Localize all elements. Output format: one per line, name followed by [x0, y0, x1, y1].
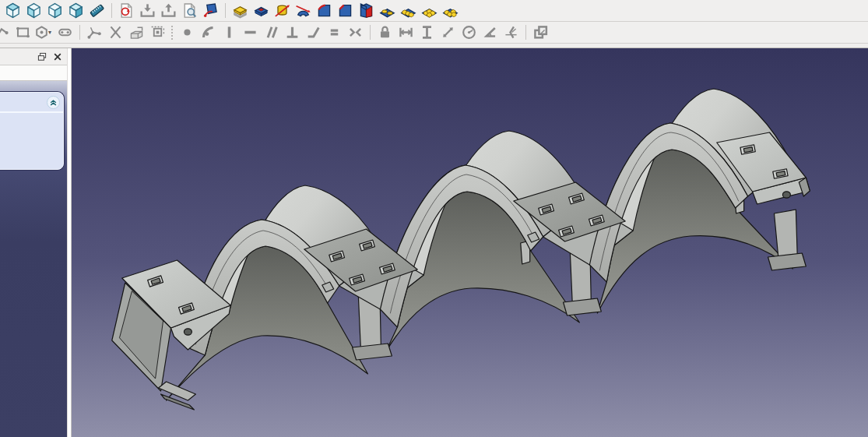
workspace	[0, 48, 868, 437]
constraint-radius-button[interactable]	[459, 23, 480, 42]
3d-viewport[interactable]	[72, 48, 868, 437]
constraint-vertical-button[interactable]	[219, 23, 240, 42]
view-home-icon	[68, 2, 84, 19]
close-icon	[53, 52, 62, 62]
import-icon	[139, 2, 156, 19]
mirrored-icon	[379, 2, 395, 19]
freecad-window: ▾	[0, 0, 868, 437]
map-sketch-to-face-button[interactable]	[200, 2, 221, 20]
toolbar-separator	[111, 3, 112, 18]
right-pad-hole	[782, 192, 790, 198]
collapse-button[interactable]	[47, 96, 60, 109]
clone-button[interactable]	[530, 23, 551, 42]
pocket-button[interactable]	[251, 2, 272, 20]
float-panel-button[interactable]	[37, 51, 47, 62]
trim-edge-icon	[107, 24, 124, 41]
view-dimetric-button[interactable]	[23, 2, 44, 20]
revolution-icon	[274, 2, 290, 19]
float-icon	[37, 52, 47, 62]
constraint-parallel-button[interactable]	[261, 23, 282, 42]
constraint-tangent-button[interactable]	[303, 23, 324, 42]
create-polygon-icon	[33, 24, 50, 41]
external-geometry-button[interactable]	[84, 23, 105, 42]
draft-button[interactable]	[356, 2, 377, 20]
export-icon	[160, 2, 177, 19]
leg-2-foot	[564, 298, 602, 315]
linear-pattern-button[interactable]	[398, 2, 419, 20]
constraint-point-on-object-icon	[200, 24, 216, 41]
constraint-angle-button[interactable]	[480, 23, 501, 42]
constraint-perpendicular-button[interactable]	[282, 23, 303, 42]
part-body[interactable]	[112, 89, 810, 410]
view-isometric-button[interactable]	[2, 2, 23, 20]
constraint-tangent-icon	[305, 24, 322, 41]
toolbar-separator	[370, 25, 371, 40]
groove-icon	[295, 2, 311, 19]
constraint-parallel-icon	[263, 24, 279, 41]
constraint-snells-law-button[interactable]	[501, 23, 522, 42]
constraint-equal-button[interactable]	[324, 23, 345, 42]
pocket-icon	[253, 2, 269, 19]
measure-distance-icon	[89, 2, 105, 19]
constraint-coincident-icon	[179, 24, 195, 41]
chamfer-icon	[337, 2, 353, 19]
constraint-coincident-button[interactable]	[177, 23, 198, 42]
external-geometry-icon	[86, 24, 103, 41]
multi-transform-button[interactable]	[440, 2, 461, 20]
linear-pattern-icon	[400, 2, 416, 19]
create-rectangle-icon	[15, 24, 31, 41]
constraint-symmetric-button[interactable]	[345, 23, 366, 42]
task-panel	[0, 81, 67, 437]
pad-icon	[232, 2, 248, 19]
create-rectangle-button[interactable]	[12, 23, 33, 42]
leave-sketch-button[interactable]	[116, 2, 137, 20]
view-home-button[interactable]	[65, 2, 86, 20]
constraint-distance-x-button[interactable]	[395, 23, 416, 42]
panel-titlebar	[0, 48, 67, 65]
validate-sketch-button[interactable]	[179, 2, 200, 20]
constraint-equal-icon	[326, 24, 343, 41]
fillet-button[interactable]	[314, 2, 335, 20]
select-elements-button[interactable]	[147, 23, 168, 42]
close-panel-button[interactable]	[52, 51, 62, 62]
measure-distance-button[interactable]	[86, 2, 107, 20]
toolbar-separator	[225, 3, 226, 18]
constraint-horizontal-button[interactable]	[240, 23, 261, 42]
constraint-distance-x-icon	[398, 24, 414, 41]
leave-sketch-icon	[118, 2, 135, 19]
import-button[interactable]	[137, 2, 158, 20]
create-polygon-button[interactable]: ▾	[33, 23, 54, 42]
chevrons-up-icon	[48, 97, 58, 107]
constraint-block-button[interactable]	[374, 23, 395, 42]
polar-pattern-button[interactable]	[419, 2, 440, 20]
model-canvas[interactable]	[72, 48, 868, 437]
create-polyline-button[interactable]	[0, 23, 12, 42]
view-trimetric-icon	[47, 2, 63, 19]
combo-view-panel	[0, 48, 67, 437]
carbon-copy-icon	[128, 24, 145, 41]
chamfer-button[interactable]	[335, 2, 356, 20]
carbon-copy-button[interactable]	[126, 23, 147, 42]
constraint-angle-icon	[482, 24, 498, 41]
constraint-distance-y-icon	[419, 24, 435, 41]
dropdown-arrow-icon[interactable]: ▾	[48, 29, 54, 36]
constraint-point-on-object-button[interactable]	[198, 23, 219, 42]
view-isometric-icon	[5, 2, 21, 19]
task-box-header	[0, 93, 63, 113]
left-pad-hole	[184, 329, 192, 335]
revolution-button[interactable]	[272, 2, 293, 20]
trim-edge-button[interactable]	[105, 23, 126, 42]
constraint-horizontal-icon	[242, 24, 258, 41]
mirrored-button[interactable]	[377, 2, 398, 20]
constraint-distance-y-button[interactable]	[416, 23, 438, 42]
export-button[interactable]	[158, 2, 179, 20]
view-trimetric-button[interactable]	[44, 2, 65, 20]
groove-button[interactable]	[293, 2, 314, 20]
pad-button[interactable]	[230, 2, 251, 20]
clone-icon	[532, 24, 549, 41]
toolbar-separator	[79, 25, 80, 40]
constraint-distance-button[interactable]	[438, 23, 459, 42]
create-slot-button[interactable]	[54, 23, 76, 42]
fillet-icon	[316, 2, 332, 19]
constraint-symmetric-icon	[347, 24, 364, 41]
